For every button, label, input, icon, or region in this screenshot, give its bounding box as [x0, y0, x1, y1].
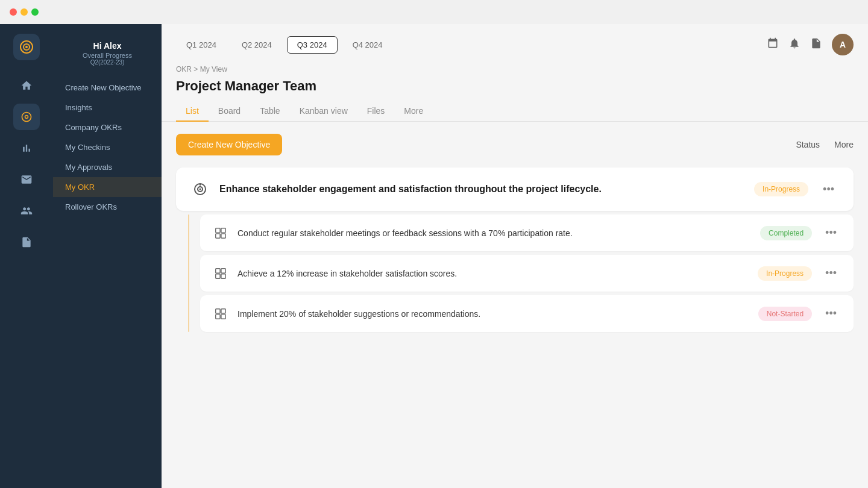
kr-title-0: Conduct regular stakeholder meetings or …: [237, 228, 752, 238]
breadcrumb-current: My View: [200, 65, 227, 74]
page-header: OKR > My View Project Manager Team: [162, 55, 868, 101]
icon-sidebar: [0, 24, 53, 488]
content-toolbar: Create New Objective Status More: [176, 134, 854, 155]
kr-status-badge-1: In-Progress: [758, 266, 812, 281]
svg-point-5: [200, 189, 201, 190]
view-tab-table[interactable]: Table: [250, 101, 289, 122]
page-title: Project Manager Team: [176, 78, 854, 94]
traffic-lights: [10, 8, 39, 16]
sidebar-icon-target[interactable]: [13, 104, 40, 130]
svg-rect-14: [221, 274, 225, 278]
traffic-light-red[interactable]: [10, 8, 17, 16]
objective-icon: [190, 180, 210, 199]
more-label[interactable]: More: [834, 140, 854, 149]
svg-rect-8: [221, 228, 225, 232]
quarter-tabs: Q1 2024Q2 2024Q3 2024Q4 2024: [176, 36, 393, 54]
breadcrumb-root: OKR: [176, 65, 192, 74]
view-tab-more[interactable]: More: [394, 101, 433, 122]
user-avatar[interactable]: A: [832, 34, 854, 55]
svg-point-2: [25, 46, 28, 48]
kr-icon-2: [212, 305, 229, 322]
view-tabs: ListBoardTableKanban viewFilesMore: [162, 101, 868, 122]
objective-title: Enhance stakeholder engagement and satis…: [219, 183, 744, 196]
kr-more-button-0[interactable]: •••: [820, 224, 841, 242]
svg-rect-9: [216, 233, 220, 237]
sidebar-item-company-okrs[interactable]: Company OKRs: [53, 117, 162, 137]
kr-icon-0: [212, 225, 229, 242]
progress-label: Overall Progress: [63, 52, 152, 59]
objective-status-badge: In-Progress: [754, 182, 808, 196]
calendar-icon[interactable]: [767, 37, 779, 52]
bell-icon[interactable]: [788, 37, 800, 52]
content-area: Create New Objective Status More Enhance…: [162, 122, 868, 488]
svg-rect-17: [216, 314, 220, 318]
sidebar-item-my-checkins[interactable]: My Checkins: [53, 137, 162, 157]
sidebar-icon-report[interactable]: [13, 229, 40, 255]
sidebar-item-my-approvals[interactable]: My Approvals: [53, 157, 162, 177]
status-label: Status: [796, 140, 820, 149]
kr-icon-1: [212, 265, 229, 282]
svg-rect-15: [216, 308, 220, 313]
objective-card: Enhance stakeholder engagement and satis…: [176, 167, 854, 211]
view-tab-board[interactable]: Board: [209, 101, 250, 122]
svg-rect-12: [221, 268, 225, 272]
key-results-container: Conduct regular stakeholder meetings or …: [176, 214, 854, 332]
svg-rect-18: [221, 314, 225, 318]
sidebar-item-rollover-okrs[interactable]: Rollover OKRs: [53, 197, 162, 217]
traffic-light-yellow[interactable]: [20, 8, 28, 16]
quarter-tab-q3[interactable]: Q3 2024: [287, 36, 338, 54]
logo-icon: [19, 40, 34, 54]
view-tab-kanban[interactable]: Kanban view: [290, 101, 357, 122]
app-logo[interactable]: [13, 34, 40, 60]
sidebar-item-insights[interactable]: Insights: [53, 98, 162, 117]
window-chrome: [0, 0, 868, 24]
kr-title-1: Achieve a 12% increase in stakeholder sa…: [237, 269, 749, 278]
sidebar-icon-mail[interactable]: [13, 166, 40, 193]
toolbar-right: Status More: [796, 140, 854, 149]
sidebar-item-create-new-objective[interactable]: Create New Objective: [53, 78, 162, 98]
kr-title-2: Implement 20% of stakeholder suggestions…: [237, 309, 750, 319]
objective-more-button[interactable]: •••: [818, 181, 839, 198]
kr-status-badge-0: Completed: [760, 226, 812, 240]
traffic-light-green[interactable]: [31, 8, 39, 16]
kr-more-button-2[interactable]: •••: [820, 305, 841, 322]
quarter-tab-q4[interactable]: Q4 2024: [342, 36, 393, 54]
sidebar-icon-home[interactable]: [13, 72, 40, 99]
sidebar-icon-people[interactable]: [13, 198, 40, 224]
quarter-tab-q1[interactable]: Q1 2024: [176, 36, 227, 54]
user-greeting: Hi Alex: [63, 41, 152, 51]
key-result-card-0: Conduct regular stakeholder meetings or …: [200, 214, 854, 251]
period-label: Q2(2022-23): [63, 59, 152, 66]
create-objective-button[interactable]: Create New Objective: [176, 134, 282, 155]
quarter-tab-q2[interactable]: Q2 2024: [231, 36, 282, 54]
svg-rect-7: [216, 228, 220, 232]
key-result-card-2: Implement 20% of stakeholder suggestions…: [200, 295, 854, 332]
key-result-card-1: Achieve a 12% increase in stakeholder sa…: [200, 255, 854, 292]
sidebar-icon-chart[interactable]: [13, 135, 40, 161]
svg-rect-13: [216, 274, 220, 278]
svg-rect-16: [221, 308, 225, 313]
app-container: Hi Alex Overall Progress Q2(2022-23) Cre…: [0, 24, 868, 488]
view-tab-files[interactable]: Files: [357, 101, 395, 122]
top-bar: Q1 2024Q2 2024Q3 2024Q4 2024 A: [162, 24, 868, 55]
breadcrumb-separator: >: [193, 65, 200, 74]
breadcrumb: OKR > My View: [176, 65, 854, 74]
top-bar-icons: A: [767, 34, 854, 55]
svg-rect-11: [216, 268, 220, 272]
view-tab-list[interactable]: List: [176, 101, 209, 122]
sidebar-user-info: Hi Alex Overall Progress Q2(2022-23): [53, 34, 162, 78]
svg-rect-10: [221, 233, 225, 237]
left-sidebar: Hi Alex Overall Progress Q2(2022-23) Cre…: [53, 24, 162, 488]
objective-header: Enhance stakeholder engagement and satis…: [190, 180, 839, 199]
sidebar-nav: Create New ObjectiveInsightsCompany OKRs…: [53, 78, 162, 217]
kr-more-button-1[interactable]: •••: [820, 264, 841, 282]
main-content: Q1 2024Q2 2024Q3 2024Q4 2024 A OKR > My …: [162, 24, 868, 488]
kr-status-badge-2: Not-Started: [758, 307, 812, 321]
sidebar-item-my-okr[interactable]: My OKR: [53, 177, 162, 197]
document-icon[interactable]: [810, 37, 822, 52]
